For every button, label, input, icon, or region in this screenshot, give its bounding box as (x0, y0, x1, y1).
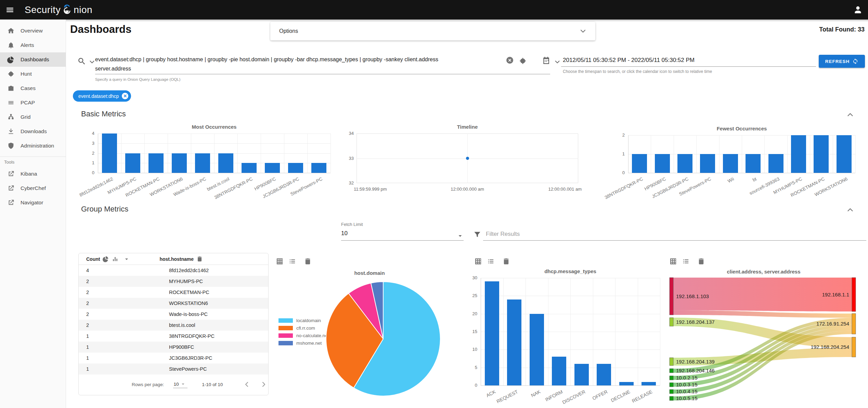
filter-results-input[interactable]: Filter Results (486, 231, 520, 238)
sankey-node-10.0.4.15[interactable] (670, 390, 673, 394)
bar[interactable] (642, 382, 656, 385)
fetch-limit-caret-icon[interactable] (456, 232, 464, 240)
bar[interactable] (311, 163, 327, 173)
table-row[interactable]: 2MYHUMPS-PC (79, 276, 268, 287)
bar[interactable] (574, 364, 589, 385)
bar[interactable] (507, 299, 521, 385)
bar[interactable] (632, 154, 647, 173)
cell-count[interactable]: 2 (86, 301, 169, 306)
cell-hostname[interactable]: StevePowers-PC (169, 366, 207, 372)
sidebar-item-cyberchef[interactable]: CyberChef (0, 181, 66, 195)
cell-count[interactable]: 2 (86, 279, 169, 284)
sankey-node-10.0.5.15[interactable] (670, 396, 673, 400)
table-row[interactable]: 1StevePowers-PC (79, 364, 268, 374)
cell-count[interactable]: 1 (86, 344, 169, 350)
bar[interactable] (700, 154, 715, 173)
cell-hostname[interactable]: MYHUMPS-PC (169, 279, 203, 284)
table-row[interactable]: 2WORKSTATION6 (79, 298, 268, 309)
bar-toggle-icon[interactable] (112, 256, 118, 262)
bar[interactable] (597, 364, 611, 385)
sankey-node-10.0.2.15[interactable] (670, 376, 673, 380)
data-point[interactable] (466, 157, 469, 160)
sankey-node-192.168.1.103[interactable] (670, 278, 673, 315)
timespan-input[interactable]: 2012/05/11 05:30:52 PM - 2022/05/11 05:3… (563, 57, 695, 64)
sidebar-item-alerts[interactable]: Alerts (0, 38, 66, 52)
table-row[interactable]: 2ROCKETMAN-PC (79, 287, 268, 298)
refresh-button[interactable]: REFRESH (819, 55, 865, 68)
page-next-icon[interactable] (260, 380, 268, 388)
bar[interactable] (218, 153, 234, 173)
clear-query-icon[interactable] (506, 56, 514, 64)
table-row[interactable]: 2btest.is.cool (79, 320, 268, 331)
filter-chip[interactable]: event.dataset:dhcp ✕ (73, 90, 131, 102)
bar[interactable] (530, 314, 544, 385)
bar[interactable] (723, 154, 738, 173)
bar[interactable] (768, 154, 783, 173)
query-input[interactable]: event.dataset:dhcp | groupby host.hostna… (95, 55, 502, 73)
app-logo[interactable]: Security nion (25, 4, 92, 16)
sankey-node-192.168.1.1[interactable] (852, 278, 856, 311)
sankey-node-192.168.204.139[interactable] (670, 358, 673, 366)
cell-count[interactable]: 1 (86, 333, 169, 339)
cell-hostname[interactable]: WORKSTATION6 (169, 301, 208, 306)
cell-count[interactable]: 1 (86, 366, 169, 372)
bar[interactable] (791, 135, 806, 173)
sankey-node-192.168.204.254[interactable] (852, 337, 856, 357)
chevron-down-icon[interactable] (579, 27, 587, 35)
cell-count[interactable]: 2 (86, 311, 169, 317)
table-row[interactable]: 1HP900BFC (79, 342, 268, 353)
bar[interactable] (837, 135, 852, 173)
sankey-node-192.168.204.146[interactable] (670, 369, 673, 373)
sidebar-item-hunt[interactable]: Hunt (0, 67, 66, 81)
show-list-icon[interactable] (487, 257, 495, 265)
sidebar-item-overview[interactable]: Overview (0, 24, 66, 38)
bar[interactable] (242, 163, 257, 173)
cell-hostname[interactable]: 8fd12edd2dc1462 (169, 268, 209, 273)
fetch-limit-select[interactable]: 10 (341, 230, 348, 237)
bar[interactable] (125, 153, 141, 173)
table-row[interactable]: 48fd12edd2dc1462 (79, 265, 268, 276)
sidebar-item-downloads[interactable]: Downloads (0, 124, 66, 139)
sidebar-item-kibana[interactable]: Kibana (0, 167, 66, 181)
bar[interactable] (288, 163, 303, 173)
cell-hostname[interactable]: 38NTRGDFQKR-PC (169, 333, 215, 339)
bar[interactable] (102, 133, 117, 173)
bar[interactable] (552, 357, 566, 385)
query-history-chevron-icon[interactable] (88, 58, 96, 66)
sort-caret-icon[interactable] (123, 256, 130, 263)
cell-count[interactable]: 2 (86, 290, 169, 295)
sidebar-item-navigator[interactable]: Navigator (0, 195, 66, 210)
user-account-icon[interactable] (853, 5, 863, 14)
options-panel[interactable]: Options (270, 22, 595, 40)
bar[interactable] (746, 154, 761, 173)
cell-count[interactable]: 4 (86, 268, 169, 273)
bar[interactable] (265, 163, 280, 173)
cell-hostname[interactable]: btest.is.cool (169, 322, 195, 328)
sidebar-item-dashboards[interactable]: Dashboards (0, 52, 66, 67)
table-row[interactable]: 1JC3GB6JRD3R-PC (79, 353, 268, 364)
hamburger-menu-icon[interactable] (5, 5, 14, 14)
bar[interactable] (172, 153, 187, 173)
bar[interactable] (677, 154, 692, 173)
toggle-hunt-icon[interactable] (519, 57, 527, 65)
bar[interactable] (148, 153, 164, 173)
cell-hostname[interactable]: ROCKETMAN-PC (169, 290, 209, 295)
delete-panel-icon[interactable] (502, 257, 510, 265)
bar[interactable] (655, 154, 670, 173)
sidebar-item-pcap[interactable]: PCAP (0, 95, 66, 110)
chip-close-icon[interactable]: ✕ (122, 93, 128, 99)
sidebar-item-cases[interactable]: Cases (0, 81, 66, 95)
basic-metrics-collapse-icon[interactable] (846, 110, 855, 119)
sidebar-item-administration[interactable]: Administration (0, 139, 66, 153)
bar[interactable] (814, 135, 829, 173)
sankey-node-10.0.3.15[interactable] (670, 383, 673, 387)
delete-column-icon[interactable] (196, 256, 203, 262)
bar[interactable] (485, 281, 499, 385)
sankey-node-172.16.91.254[interactable] (852, 314, 856, 334)
sankey-node-192.168.204.137[interactable] (670, 318, 673, 326)
rows-per-page-select[interactable]: 10 (173, 381, 188, 388)
timespan-chevron-icon[interactable] (554, 58, 561, 66)
table-row[interactable]: 2Wade-is-boss-PC (79, 309, 268, 320)
bar[interactable] (195, 153, 210, 173)
cell-count[interactable]: 2 (86, 322, 169, 328)
